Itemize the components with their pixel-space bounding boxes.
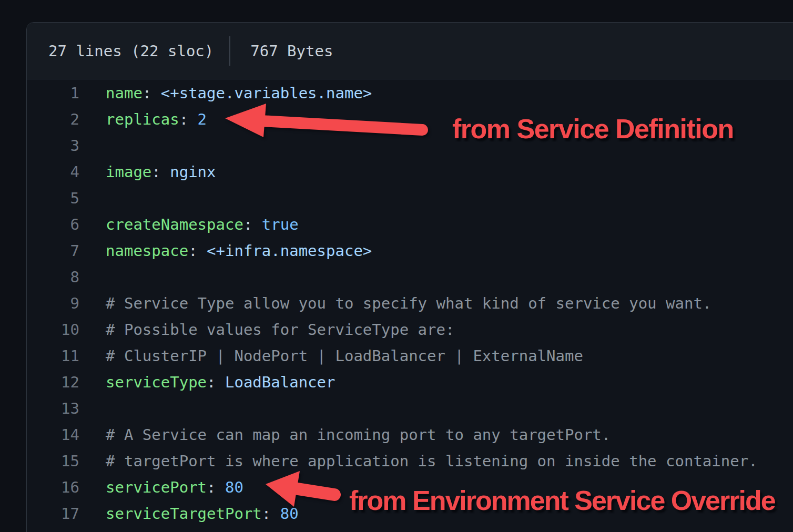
line-number[interactable]: 12	[27, 369, 79, 395]
line-number[interactable]: 6	[27, 211, 79, 238]
line-number[interactable]: 10	[27, 316, 79, 343]
line-number[interactable]: 17	[27, 500, 79, 527]
line-number[interactable]: 9	[27, 290, 79, 316]
line-number[interactable]: 5	[27, 185, 79, 211]
code-line: 14# A Service can map an incoming port t…	[27, 422, 793, 448]
code-line: 8	[27, 264, 793, 290]
code-line-text: serviceType: LoadBalancer	[79, 369, 336, 395]
page-background: 27 lines (22 sloc) 767 Bytes 1name: <+st…	[0, 0, 793, 532]
code-line-text	[79, 132, 106, 159]
line-number[interactable]: 11	[27, 343, 79, 369]
code-line: 15# targetPort is where application is l…	[27, 448, 793, 474]
line-number[interactable]: 2	[27, 106, 79, 132]
code-line-text: serviceTargetPort: 80	[79, 500, 299, 527]
line-number[interactable]: 7	[27, 238, 79, 264]
code-line: 16servicePort: 80	[27, 474, 793, 500]
code-line: 4image: nginx	[27, 159, 793, 185]
code-line: 3	[27, 132, 793, 159]
code-block: 1name: <+stage.variables.name>2replicas:…	[27, 79, 793, 527]
code-line-text: # Possible values for ServiceType are:	[79, 316, 454, 343]
code-line: 12serviceType: LoadBalancer	[27, 369, 793, 395]
code-line-text: namespace: <+infra.namespace>	[79, 238, 372, 264]
line-number[interactable]: 13	[27, 395, 79, 422]
code-line: 10# Possible values for ServiceType are:	[27, 316, 793, 343]
header-divider	[229, 36, 230, 66]
code-line-text: name: <+stage.variables.name>	[79, 80, 372, 106]
lines-sloc-info: 27 lines (22 sloc)	[48, 42, 214, 60]
file-content-panel: 27 lines (22 sloc) 767 Bytes 1name: <+st…	[26, 22, 793, 532]
line-number[interactable]: 16	[27, 474, 79, 500]
code-line-text: # Service Type allow you to specify what…	[79, 290, 711, 316]
code-line: 9# Service Type allow you to specify wha…	[27, 290, 793, 316]
code-line: 13	[27, 395, 793, 422]
line-number[interactable]: 1	[27, 80, 79, 106]
code-line-text: # A Service can map an incoming port to …	[79, 422, 611, 448]
line-number[interactable]: 8	[27, 264, 79, 290]
blob-header: 27 lines (22 sloc) 767 Bytes	[27, 23, 793, 79]
code-line-text: # ClusterIP | NodePort | LoadBalancer | …	[79, 343, 583, 369]
code-line: 6createNamespace: true	[27, 211, 793, 238]
code-line: 17serviceTargetPort: 80	[27, 500, 793, 527]
line-number[interactable]: 4	[27, 159, 79, 185]
line-number[interactable]: 14	[27, 422, 79, 448]
code-line: 2replicas: 2	[27, 106, 793, 132]
code-line-text: # targetPort is where application is lis…	[79, 448, 758, 474]
code-line: 1name: <+stage.variables.name>	[27, 80, 793, 106]
file-size-info: 767 Bytes	[250, 42, 333, 60]
code-line-text: createNamespace: true	[79, 211, 299, 238]
code-line-text: replicas: 2	[79, 106, 207, 132]
line-number[interactable]: 3	[27, 132, 79, 159]
code-line: 11# ClusterIP | NodePort | LoadBalancer …	[27, 343, 793, 369]
code-line-text: image: nginx	[79, 159, 216, 185]
code-line: 5	[27, 185, 793, 211]
code-line-text: servicePort: 80	[79, 474, 243, 500]
code-line-text	[79, 395, 106, 422]
code-line-text	[79, 185, 106, 211]
code-line: 7namespace: <+infra.namespace>	[27, 238, 793, 264]
code-line-text	[79, 264, 106, 290]
line-number[interactable]: 15	[27, 448, 79, 474]
